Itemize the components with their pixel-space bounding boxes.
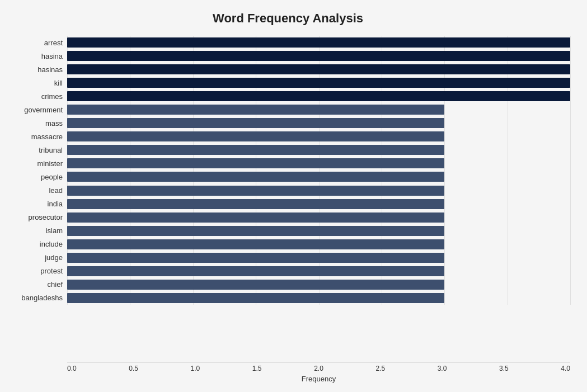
bar-row — [67, 238, 570, 251]
bar-row — [67, 130, 570, 143]
bar — [67, 91, 570, 101]
bar-row — [67, 171, 570, 183]
bar-row — [67, 198, 570, 210]
x-axis-label: 2.0 — [314, 365, 323, 372]
bar-row — [67, 225, 570, 237]
y-label: crimes — [41, 93, 63, 100]
bar — [67, 239, 444, 249]
y-label: arrest — [44, 39, 63, 46]
y-label: include — [40, 240, 63, 248]
x-axis-title: Frequency — [67, 375, 570, 383]
bar-row — [67, 211, 570, 224]
bar — [67, 293, 444, 303]
y-label: people — [41, 173, 63, 181]
bar — [67, 186, 444, 196]
bar — [67, 253, 444, 263]
bar — [67, 131, 444, 141]
bar — [67, 64, 570, 74]
y-label: chief — [48, 281, 63, 288]
y-label: lead — [49, 187, 63, 194]
bar-row — [67, 278, 570, 291]
bar-row — [67, 185, 570, 197]
bar-row — [67, 144, 570, 156]
bar — [67, 105, 444, 115]
chart-area: arresthasinahasinaskillcrimesgovernmentm… — [6, 36, 570, 305]
x-axis-label: 0.0 — [67, 365, 77, 372]
chart-title: Word Frequency Analysis — [6, 11, 570, 26]
bar — [67, 226, 444, 236]
y-label: judge — [45, 254, 63, 261]
x-axis-labels: 0.00.51.01.52.02.53.03.54.0 — [67, 362, 570, 372]
x-axis-label: 2.5 — [375, 365, 385, 372]
bar-row — [67, 50, 570, 62]
bar — [67, 266, 444, 276]
y-label: hasinas — [37, 66, 63, 73]
x-axis: 0.00.51.01.52.02.53.03.54.0 Frequency — [67, 362, 570, 383]
y-label: tribunal — [39, 147, 63, 154]
bar — [67, 37, 570, 48]
y-label: mass — [45, 120, 63, 127]
y-label: minister — [37, 160, 63, 167]
bar — [67, 199, 444, 209]
bar-row — [67, 292, 570, 304]
bar-row — [67, 157, 570, 169]
bar — [67, 158, 444, 168]
bar-row — [67, 265, 570, 277]
y-label: massacre — [31, 133, 63, 140]
chart-container: Word Frequency Analysis arresthasinahasi… — [0, 0, 587, 392]
bar-row — [67, 90, 570, 102]
y-labels: arresthasinahasinaskillcrimesgovernmentm… — [6, 36, 67, 305]
y-label: islam — [46, 227, 63, 234]
bar-row — [67, 63, 570, 75]
y-label: kill — [54, 79, 63, 87]
y-label: prosecutor — [29, 214, 63, 221]
bar — [67, 78, 570, 88]
x-axis-label: 1.5 — [252, 365, 262, 372]
y-label: india — [48, 200, 63, 207]
x-axis-label: 1.0 — [191, 365, 200, 372]
bar — [67, 172, 444, 182]
x-axis-label: 3.5 — [499, 365, 509, 372]
bar-row — [67, 252, 570, 264]
bar — [67, 212, 444, 223]
bar — [67, 51, 570, 61]
bar — [67, 118, 444, 128]
bar-row — [67, 77, 570, 89]
y-label: hasina — [41, 53, 63, 60]
grid-line — [570, 36, 571, 305]
y-label: government — [24, 106, 63, 114]
y-label: bangladeshs — [21, 294, 63, 301]
bar-row — [67, 117, 570, 129]
bar-row — [67, 103, 570, 116]
bar — [67, 280, 444, 290]
x-axis-label: 0.5 — [129, 365, 138, 372]
bars-area — [67, 36, 570, 305]
x-axis-label: 4.0 — [561, 365, 570, 372]
x-axis-label: 3.0 — [438, 365, 447, 372]
bar — [67, 145, 444, 155]
bar-row — [67, 36, 570, 49]
y-label: protest — [40, 267, 63, 275]
